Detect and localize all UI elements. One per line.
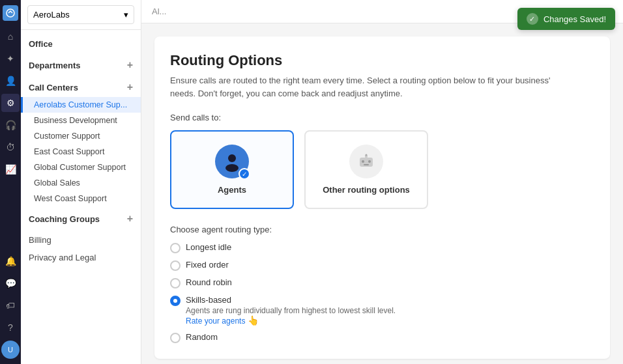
- radio-item-skills-based[interactable]: Skills-based Agents are rung individuall…: [170, 295, 594, 326]
- svg-point-4: [362, 160, 364, 163]
- office-label: Office: [29, 39, 53, 49]
- radio-item-fixed-order[interactable]: Fixed order: [170, 260, 594, 271]
- nav-item-customer-support[interactable]: Customer Support: [21, 128, 141, 144]
- other-routing-card-label: Other routing options: [323, 185, 410, 195]
- settings-icon[interactable]: ⚙: [1, 94, 20, 112]
- clock-icon[interactable]: ⏱: [1, 138, 20, 156]
- page-description: Ensure calls are routed to the right tea…: [170, 74, 561, 100]
- radio-round-robin[interactable]: [170, 278, 181, 288]
- tag-icon[interactable]: 🏷: [1, 296, 20, 315]
- page-title: Routing Options: [170, 52, 594, 69]
- chart-icon[interactable]: 📈: [1, 160, 20, 178]
- users-icon[interactable]: 👤: [1, 72, 20, 90]
- departments-section-header[interactable]: Departments +: [21, 55, 141, 75]
- radio-random[interactable]: [170, 333, 181, 343]
- agents-card-label: Agents: [218, 185, 246, 195]
- workspace-dropdown[interactable]: AeroLabs ▾: [27, 5, 134, 24]
- routing-options-card: Routing Options Ensure calls are routed …: [154, 36, 610, 359]
- nav-section-departments: Departments +: [21, 55, 141, 75]
- fixed-order-label: Fixed order: [186, 260, 229, 270]
- nav-section-office: Office: [21, 35, 141, 53]
- radio-item-random[interactable]: Random: [170, 332, 594, 343]
- call-centers-add-icon[interactable]: +: [127, 81, 133, 93]
- nav-item-billing[interactable]: Billing: [21, 231, 141, 249]
- hand-cursor-icon: 👆: [248, 315, 259, 326]
- svg-point-1: [228, 154, 236, 162]
- send-calls-label: Send calls to:: [170, 113, 594, 122]
- nav-item-global-sales[interactable]: Global Sales: [21, 175, 141, 191]
- agent-avatar: ✓: [215, 145, 249, 178]
- toast-check-icon: ✓: [527, 13, 538, 25]
- selected-check-badge: ✓: [239, 168, 250, 180]
- routing-cards-row: ✓ Agents: [170, 130, 594, 209]
- round-robin-label: Round robin: [186, 277, 232, 287]
- nav-section-call-centers: Call Centers + Aerolabs Customer Sup... …: [21, 77, 141, 206]
- nav-item-bizdev[interactable]: Business Development: [21, 113, 141, 128]
- other-routing-card[interactable]: Other routing options: [304, 130, 428, 209]
- svg-point-2: [225, 164, 239, 172]
- departments-add-icon[interactable]: +: [127, 59, 133, 71]
- toast-notification: ✓ Changes Saved!: [517, 8, 615, 30]
- svg-point-5: [368, 160, 371, 163]
- call-centers-section-header[interactable]: Call Centers +: [21, 77, 141, 97]
- coaching-groups-label: Coaching Groups: [29, 214, 100, 224]
- skills-based-label: Skills-based: [186, 295, 231, 305]
- radio-item-round-robin[interactable]: Round robin: [170, 277, 594, 288]
- message-icon[interactable]: 💬: [1, 274, 20, 292]
- nav-item-aerolabs[interactable]: Aerolabs Customer Sup...: [21, 97, 141, 113]
- sidebar: AeroLabs ▾ Office Departments + Call Cen…: [21, 0, 141, 364]
- nav-section-coaching-groups: Coaching Groups +: [21, 209, 141, 229]
- top-tab-label: Al...: [152, 7, 166, 16]
- workspace-label: AeroLabs: [33, 10, 70, 20]
- agents-card[interactable]: ✓ Agents: [170, 130, 294, 209]
- longest-idle-label: Longest idle: [186, 242, 231, 252]
- nav-item-west-coast[interactable]: West Coast Support: [21, 191, 141, 206]
- sidebar-nav: Office Departments + Call Centers + Aero…: [21, 30, 141, 364]
- routing-type-label: Choose agent routing type:: [170, 225, 594, 234]
- radio-item-longest-idle[interactable]: Longest idle: [170, 242, 594, 253]
- departments-label: Departments: [29, 61, 80, 70]
- rate-agents-link[interactable]: Rate your agents: [186, 316, 245, 326]
- app-logo: [3, 5, 18, 21]
- radio-fixed-order[interactable]: [170, 260, 181, 271]
- bell-icon[interactable]: 🔔: [1, 252, 20, 270]
- icon-bar: ⌂ ✦ 👤 ⚙ 🎧 ⏱ 📈 🔔 💬 🏷 ? U: [0, 0, 21, 364]
- headset-icon[interactable]: 🎧: [1, 116, 20, 134]
- main-content: Routing Options Ensure calls are routed …: [141, 23, 623, 364]
- office-section-header[interactable]: Office: [21, 35, 141, 53]
- toast-label: Changes Saved!: [543, 14, 606, 24]
- help-icon[interactable]: ?: [1, 318, 20, 337]
- sparkle-icon[interactable]: ✦: [1, 49, 20, 68]
- svg-point-8: [366, 154, 368, 156]
- chevron-down-icon: ▾: [124, 10, 128, 20]
- skills-based-sublabel: Agents are rung individually from highes…: [186, 306, 396, 315]
- nav-item-privacy-legal[interactable]: Privacy and Legal: [21, 249, 141, 266]
- random-label: Random: [186, 332, 218, 342]
- call-centers-label: Call Centers: [29, 83, 78, 92]
- home-icon[interactable]: ⌂: [1, 27, 20, 46]
- svg-rect-6: [364, 164, 369, 165]
- robot-avatar: [349, 145, 383, 178]
- skills-based-content: Skills-based Agents are rung individuall…: [186, 295, 396, 326]
- radio-longest-idle[interactable]: [170, 243, 181, 253]
- sidebar-header: AeroLabs ▾: [21, 0, 141, 30]
- radio-skills-based[interactable]: [170, 296, 181, 306]
- nav-item-east-coast[interactable]: East Coast Support: [21, 144, 141, 160]
- radio-group: Longest idle Fixed order Round robin Ski…: [170, 242, 594, 343]
- svg-point-0: [7, 9, 14, 17]
- coaching-groups-add-icon[interactable]: +: [127, 213, 133, 225]
- rate-agents-container: Rate your agents 👆: [186, 315, 396, 326]
- coaching-groups-section-header[interactable]: Coaching Groups +: [21, 209, 141, 229]
- avatar-icon[interactable]: U: [1, 341, 20, 359]
- nav-item-global-customer[interactable]: Global Customer Support: [21, 160, 141, 175]
